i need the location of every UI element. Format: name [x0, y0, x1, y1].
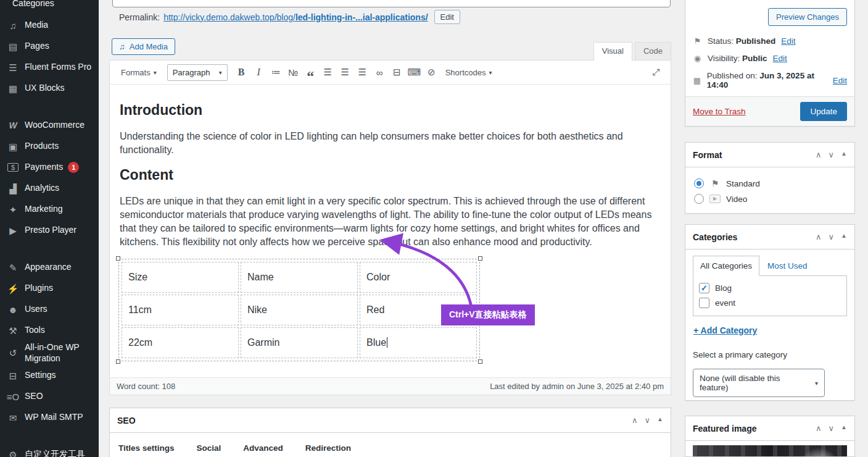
move-to-trash-link[interactable]: Move to Trash — [693, 107, 746, 116]
permalink-edit-button[interactable]: Edit — [434, 10, 460, 24]
update-button[interactable]: Update — [800, 102, 847, 121]
word-count: Word count: 108 — [117, 382, 175, 391]
format-option-video[interactable]: ▶ Video — [694, 194, 846, 204]
sidebar-item-all-in-one-wp-migration[interactable]: ↺ All-in-One WP Migration — [0, 341, 99, 365]
table-cell[interactable]: Nike — [241, 295, 358, 325]
tab-social[interactable]: Social — [197, 443, 221, 453]
collapse-icon[interactable]: ▲ — [841, 150, 847, 159]
move-up-icon[interactable]: ∧ — [632, 416, 638, 425]
radio-unselected[interactable] — [694, 194, 704, 204]
preview-changes-button[interactable]: Preview Changes — [768, 8, 847, 26]
table-resize-handle[interactable] — [478, 256, 482, 261]
add-category-link[interactable]: + Add Category — [693, 325, 757, 335]
collapse-icon[interactable]: ▲ — [841, 232, 847, 241]
sidebar-item-tools[interactable]: ⚒ Tools — [0, 320, 99, 341]
sidebar-item-presto-player[interactable]: ▶ Presto Player — [0, 220, 99, 241]
fullscreen-button[interactable]: ⤢ — [648, 64, 664, 81]
tab-code[interactable]: Code — [635, 42, 671, 60]
sidebar-item-users[interactable]: ☻ Users — [0, 299, 99, 320]
move-up-icon[interactable]: ∧ — [816, 424, 822, 433]
table-resize-handle[interactable] — [116, 256, 120, 261]
content-table[interactable]: Size Name Color 11cm Nike Red 22cm Garmi… — [118, 259, 480, 361]
table-cell[interactable]: 22cm — [122, 327, 239, 358]
read-more-button[interactable]: ⊟ — [389, 64, 405, 81]
move-down-icon[interactable]: ∨ — [829, 150, 835, 159]
table-cell[interactable]: 11cm — [122, 295, 239, 325]
permalink-link[interactable]: http://vicky.demo.dakweb.top/blog/led-li… — [163, 12, 428, 22]
table-cell[interactable]: Color — [360, 262, 477, 293]
table-cell[interactable]: Garmin — [241, 327, 358, 358]
sidebar-item-appearance[interactable]: ✎ Appearance — [0, 257, 99, 278]
move-down-icon[interactable]: ∨ — [645, 416, 651, 425]
format-option-standard[interactable]: ⚑ Standard — [694, 178, 846, 188]
table-cell[interactable]: Blue — [360, 327, 477, 358]
move-down-icon[interactable]: ∨ — [829, 232, 835, 241]
table-resize-handle[interactable] — [478, 359, 482, 364]
move-up-icon[interactable]: ∧ — [816, 232, 822, 241]
table-cell[interactable]: Size — [122, 262, 239, 293]
move-down-icon[interactable]: ∨ — [829, 424, 835, 433]
move-up-icon[interactable]: ∧ — [816, 150, 822, 159]
edit-published-date-link[interactable]: Edit — [833, 76, 847, 85]
primary-category-select[interactable]: None (will disable this feature) ▾ — [693, 369, 825, 397]
radio-selected[interactable] — [694, 178, 704, 188]
sidebar-item-settings[interactable]: ⊟ Settings — [0, 365, 99, 386]
align-left-button[interactable]: ☰ — [320, 64, 336, 81]
edit-status-link[interactable]: Edit — [781, 36, 795, 46]
formats-dropdown[interactable]: Formats ▾ — [116, 68, 162, 77]
sidebar-item-payments[interactable]: $ Payments 1 — [0, 157, 99, 178]
collapse-icon[interactable]: ▲ — [657, 416, 663, 425]
sidebar-item-analytics[interactable]: ▟ Analytics — [0, 178, 99, 199]
paragraph-style-select[interactable]: Paragraph ▾ — [167, 64, 228, 81]
sidebar-item-woocommerce[interactable]: W WooCommerce — [0, 115, 99, 136]
bold-button[interactable]: B — [233, 64, 250, 81]
checkbox-checked[interactable]: ✓ — [699, 283, 709, 293]
sidebar-item-pages[interactable]: ▤ Pages — [0, 36, 99, 57]
collapse-icon[interactable]: ▲ — [841, 424, 847, 433]
categories-panel-header[interactable]: Categories ∧ ∨ ▲ — [685, 225, 854, 249]
align-right-button[interactable]: ☰ — [354, 64, 371, 81]
keyboard-shortcuts-button[interactable]: ⌨ — [406, 64, 423, 81]
italic-button[interactable]: I — [250, 64, 267, 81]
post-title-input[interactable] — [112, 0, 671, 7]
sidebar-item-media[interactable]: ♫ Media — [0, 15, 99, 36]
sidebar-item-categories[interactable]: Categories — [0, 0, 99, 10]
blockquote-button[interactable]: “ — [302, 64, 319, 81]
bullet-list-button[interactable]: ≔ — [268, 64, 284, 81]
format-panel-header[interactable]: Format ∧ ∨ ▲ — [685, 143, 854, 167]
tab-titles-settings[interactable]: Titles settings — [118, 443, 175, 453]
sidebar-item-wp-mail-smtp[interactable]: ✉ WP Mail SMTP — [0, 407, 99, 428]
table-row: 22cm Garmin Blue — [122, 327, 477, 358]
sidebar-item-fluent-forms-pro[interactable]: ☰ Fluent Forms Pro — [0, 57, 99, 78]
calendar-icon: ▦ — [693, 76, 701, 85]
category-item-blog[interactable]: ✓ Blog — [699, 283, 841, 293]
publish-panel: Preview Changes ⚑ Status: Published Edit… — [685, 0, 855, 127]
tab-advanced[interactable]: Advanced — [243, 443, 283, 453]
hide-blocks-button[interactable]: ⊘ — [423, 64, 440, 81]
sidebar-item-ux-blocks[interactable]: ▦ UX Blocks — [0, 78, 99, 99]
presto-player-icon: ▶ — [6, 226, 20, 235]
editor-content[interactable]: Introduction Understanding the science o… — [110, 85, 671, 377]
checkbox-unchecked[interactable] — [699, 298, 709, 308]
tab-all-categories[interactable]: All Categories — [693, 256, 759, 276]
table-cell[interactable]: Name — [241, 262, 358, 293]
tab-redirection[interactable]: Redirection — [305, 443, 351, 453]
shortcodes-dropdown[interactable]: Shortcodes ▾ — [440, 68, 497, 77]
seo-panel-header[interactable]: SEO ∧ ∨ ▲ — [110, 408, 671, 433]
sidebar-item-custom-dev-tools[interactable]: ⚙ 自定义开发工具 — [0, 444, 99, 457]
category-item-event[interactable]: event — [699, 298, 841, 308]
sidebar-item-marketing[interactable]: ✦ Marketing — [0, 199, 99, 220]
sidebar-item-plugins[interactable]: ⚡ Plugins — [0, 278, 99, 299]
edit-visibility-link[interactable]: Edit — [773, 54, 787, 63]
featured-image-thumbnail[interactable] — [693, 445, 847, 457]
sidebar-item-products[interactable]: ▣ Products — [0, 136, 99, 157]
sidebar-item-seo[interactable]: ≡O SEO — [0, 386, 99, 407]
tab-visual[interactable]: Visual — [593, 42, 632, 61]
numbered-list-button[interactable]: № — [285, 64, 302, 81]
tab-most-used[interactable]: Most Used — [759, 256, 816, 275]
featured-image-panel-header[interactable]: Featured image ∧ ∨ ▲ — [685, 416, 854, 441]
table-resize-handle[interactable] — [116, 359, 120, 364]
add-media-button[interactable]: ♫ Add Media — [112, 38, 175, 55]
align-center-button[interactable]: ☰ — [337, 64, 353, 81]
insert-link-button[interactable]: ∞ — [371, 64, 388, 81]
